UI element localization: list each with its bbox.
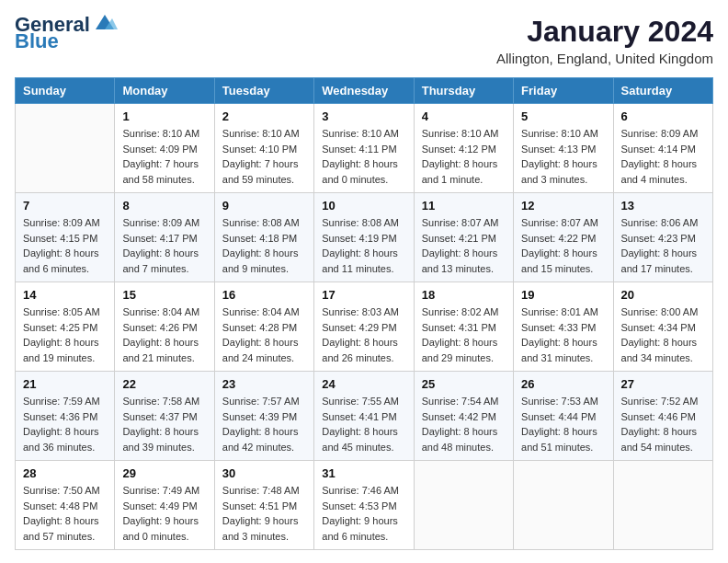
weekday-header-tuesday: Tuesday [214, 78, 313, 104]
day-number: 23 [222, 377, 306, 391]
day-number: 12 [521, 199, 605, 213]
day-number: 16 [222, 288, 306, 302]
day-detail: Sunrise: 8:10 AMSunset: 4:12 PMDaylight:… [422, 126, 506, 187]
weekday-header-row: SundayMondayTuesdayWednesdayThursdayFrid… [16, 78, 713, 104]
day-number: 18 [422, 288, 506, 302]
calendar-week-row: 1Sunrise: 8:10 AMSunset: 4:09 PMDaylight… [16, 104, 713, 193]
day-number: 15 [122, 288, 206, 302]
calendar-cell: 17Sunrise: 8:03 AMSunset: 4:29 PMDayligh… [314, 282, 414, 372]
day-detail: Sunrise: 7:54 AMSunset: 4:42 PMDaylight:… [422, 394, 506, 454]
day-detail: Sunrise: 8:08 AMSunset: 4:19 PMDaylight:… [322, 215, 405, 276]
day-detail: Sunrise: 7:49 AMSunset: 4:49 PMDaylight:… [122, 483, 206, 544]
day-detail: Sunrise: 8:09 AMSunset: 4:15 PMDaylight:… [23, 215, 107, 276]
calendar-cell: 26Sunrise: 7:53 AMSunset: 4:44 PMDayligh… [514, 372, 613, 461]
day-number: 1 [122, 109, 206, 123]
day-detail: Sunrise: 8:09 AMSunset: 4:17 PMDaylight:… [122, 215, 206, 276]
location-subtitle: Allington, England, United Kingdom [496, 51, 713, 66]
month-title: January 2024 [496, 15, 713, 49]
day-detail: Sunrise: 8:01 AMSunset: 4:33 PMDaylight:… [521, 304, 605, 365]
weekday-header-monday: Monday [115, 78, 214, 104]
calendar-cell: 15Sunrise: 8:04 AMSunset: 4:26 PMDayligh… [115, 282, 214, 372]
calendar-week-row: 21Sunrise: 7:59 AMSunset: 4:36 PMDayligh… [16, 372, 713, 461]
calendar-week-row: 14Sunrise: 8:05 AMSunset: 4:25 PMDayligh… [16, 282, 713, 372]
calendar-cell: 20Sunrise: 8:00 AMSunset: 4:34 PMDayligh… [613, 282, 712, 372]
logo-blue: Blue [15, 31, 59, 52]
calendar-cell: 9Sunrise: 8:08 AMSunset: 4:18 PMDaylight… [214, 193, 313, 282]
day-number: 31 [322, 466, 405, 480]
calendar-cell: 2Sunrise: 8:10 AMSunset: 4:10 PMDaylight… [214, 104, 313, 193]
weekday-header-friday: Friday [514, 78, 613, 104]
day-detail: Sunrise: 8:02 AMSunset: 4:31 PMDaylight:… [422, 304, 506, 365]
calendar-cell: 12Sunrise: 8:07 AMSunset: 4:22 PMDayligh… [514, 193, 613, 282]
day-detail: Sunrise: 7:48 AMSunset: 4:51 PMDaylight:… [222, 483, 306, 544]
day-number: 29 [122, 466, 206, 480]
day-number: 13 [621, 199, 705, 213]
calendar-table: SundayMondayTuesdayWednesdayThursdayFrid… [15, 77, 713, 550]
day-detail: Sunrise: 7:59 AMSunset: 4:36 PMDaylight:… [23, 394, 107, 454]
day-detail: Sunrise: 8:07 AMSunset: 4:21 PMDaylight:… [422, 215, 506, 276]
calendar-cell: 10Sunrise: 8:08 AMSunset: 4:19 PMDayligh… [314, 193, 414, 282]
calendar-cell: 24Sunrise: 7:55 AMSunset: 4:41 PMDayligh… [314, 372, 414, 461]
day-number: 19 [521, 288, 605, 302]
title-area: January 2024 Allington, England, United … [496, 15, 713, 66]
calendar-cell: 5Sunrise: 8:10 AMSunset: 4:13 PMDaylight… [514, 104, 613, 193]
day-number: 8 [122, 199, 206, 213]
day-number: 22 [122, 377, 206, 391]
weekday-header-wednesday: Wednesday [314, 78, 414, 104]
calendar-cell [414, 461, 513, 550]
calendar-cell: 14Sunrise: 8:05 AMSunset: 4:25 PMDayligh… [16, 282, 115, 372]
day-detail: Sunrise: 7:52 AMSunset: 4:46 PMDaylight:… [621, 394, 705, 454]
day-detail: Sunrise: 8:06 AMSunset: 4:23 PMDaylight:… [621, 215, 705, 276]
day-detail: Sunrise: 8:10 AMSunset: 4:09 PMDaylight:… [122, 126, 206, 187]
day-detail: Sunrise: 7:53 AMSunset: 4:44 PMDaylight:… [521, 394, 605, 454]
calendar-cell: 3Sunrise: 8:10 AMSunset: 4:11 PMDaylight… [314, 104, 414, 193]
day-detail: Sunrise: 8:05 AMSunset: 4:25 PMDaylight:… [23, 304, 107, 365]
logo: General Blue [15, 15, 118, 52]
calendar-cell: 28Sunrise: 7:50 AMSunset: 4:48 PMDayligh… [16, 461, 115, 550]
calendar-cell [613, 461, 712, 550]
day-number: 7 [23, 199, 107, 213]
day-number: 17 [322, 288, 405, 302]
day-detail: Sunrise: 7:46 AMSunset: 4:53 PMDaylight:… [322, 483, 405, 544]
calendar-cell: 31Sunrise: 7:46 AMSunset: 4:53 PMDayligh… [314, 461, 414, 550]
day-detail: Sunrise: 8:08 AMSunset: 4:18 PMDaylight:… [222, 215, 306, 276]
day-number: 11 [422, 199, 506, 213]
calendar-cell: 30Sunrise: 7:48 AMSunset: 4:51 PMDayligh… [214, 461, 313, 550]
day-detail: Sunrise: 7:55 AMSunset: 4:41 PMDaylight:… [322, 394, 405, 454]
day-number: 5 [521, 109, 605, 123]
day-number: 10 [322, 199, 405, 213]
day-number: 28 [23, 466, 107, 480]
calendar-cell: 8Sunrise: 8:09 AMSunset: 4:17 PMDaylight… [115, 193, 214, 282]
day-detail: Sunrise: 7:50 AMSunset: 4:48 PMDaylight:… [23, 483, 107, 544]
calendar-cell: 6Sunrise: 8:09 AMSunset: 4:14 PMDaylight… [613, 104, 712, 193]
day-detail: Sunrise: 8:09 AMSunset: 4:14 PMDaylight:… [621, 126, 705, 187]
calendar-cell: 23Sunrise: 7:57 AMSunset: 4:39 PMDayligh… [214, 372, 313, 461]
day-detail: Sunrise: 8:00 AMSunset: 4:34 PMDaylight:… [621, 304, 705, 365]
calendar-week-row: 28Sunrise: 7:50 AMSunset: 4:48 PMDayligh… [16, 461, 713, 550]
day-detail: Sunrise: 8:03 AMSunset: 4:29 PMDaylight:… [322, 304, 405, 365]
day-number: 4 [422, 109, 506, 123]
day-number: 26 [521, 377, 605, 391]
calendar-cell: 21Sunrise: 7:59 AMSunset: 4:36 PMDayligh… [16, 372, 115, 461]
weekday-header-thursday: Thursday [414, 78, 513, 104]
day-number: 6 [621, 109, 705, 123]
calendar-cell: 18Sunrise: 8:02 AMSunset: 4:31 PMDayligh… [414, 282, 513, 372]
day-detail: Sunrise: 8:10 AMSunset: 4:13 PMDaylight:… [521, 126, 605, 187]
day-detail: Sunrise: 8:10 AMSunset: 4:11 PMDaylight:… [322, 126, 405, 187]
day-number: 24 [322, 377, 405, 391]
weekday-header-saturday: Saturday [613, 78, 712, 104]
calendar-cell: 4Sunrise: 8:10 AMSunset: 4:12 PMDaylight… [414, 104, 513, 193]
calendar-cell: 7Sunrise: 8:09 AMSunset: 4:15 PMDaylight… [16, 193, 115, 282]
day-detail: Sunrise: 8:04 AMSunset: 4:26 PMDaylight:… [122, 304, 206, 365]
calendar-cell: 1Sunrise: 8:10 AMSunset: 4:09 PMDaylight… [115, 104, 214, 193]
calendar-week-row: 7Sunrise: 8:09 AMSunset: 4:15 PMDaylight… [16, 193, 713, 282]
day-detail: Sunrise: 8:10 AMSunset: 4:10 PMDaylight:… [222, 126, 306, 187]
calendar-cell: 29Sunrise: 7:49 AMSunset: 4:49 PMDayligh… [115, 461, 214, 550]
day-number: 3 [322, 109, 405, 123]
day-detail: Sunrise: 7:57 AMSunset: 4:39 PMDaylight:… [222, 394, 306, 454]
day-number: 25 [422, 377, 506, 391]
day-number: 14 [23, 288, 107, 302]
calendar-cell: 19Sunrise: 8:01 AMSunset: 4:33 PMDayligh… [514, 282, 613, 372]
day-number: 20 [621, 288, 705, 302]
calendar-cell: 27Sunrise: 7:52 AMSunset: 4:46 PMDayligh… [613, 372, 712, 461]
